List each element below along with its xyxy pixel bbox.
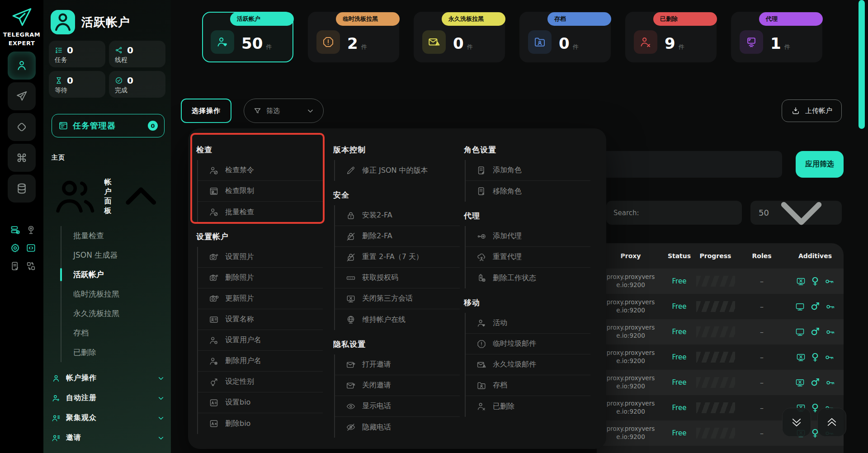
rail-item-commands[interactable] bbox=[8, 144, 36, 172]
filter-dropdown[interactable]: 筛选 bbox=[244, 99, 324, 123]
sidebar-item-活跃帐户[interactable]: 活跃帐户 bbox=[61, 265, 171, 284]
rail-item-sender[interactable] bbox=[8, 82, 36, 110]
menu-item-label: 添加代理 bbox=[493, 231, 522, 241]
menu-item-活动[interactable]: 活动 bbox=[466, 313, 590, 334]
menu-item-添加代理[interactable]: 添加代理 bbox=[466, 226, 590, 247]
menu-group-header: 安全 bbox=[333, 184, 460, 205]
sidebar-section-帐户操作[interactable]: 帐户操作 bbox=[52, 368, 165, 388]
server-check-icon[interactable] bbox=[10, 225, 20, 235]
menu-item-label: 隐藏电话 bbox=[362, 423, 391, 432]
roles-cell: – bbox=[737, 302, 787, 311]
sidebar-item-account-panel[interactable]: 帐户面板 bbox=[52, 173, 165, 221]
sidebar-item-批量检查[interactable]: 批量检查 bbox=[61, 226, 171, 245]
select-action-button[interactable]: 选择操作 bbox=[181, 99, 231, 123]
status-card-永久洗板拉黑[interactable]: 永久洗板拉黑0件 bbox=[414, 12, 505, 62]
menu-item-删除工作状态[interactable]: 删除工作状态 bbox=[466, 268, 590, 288]
left-rail: TELEGRAM EXPERT bbox=[0, 0, 43, 453]
menu-item-永久垃圾邮件[interactable]: 永久垃圾邮件 bbox=[466, 354, 590, 375]
status-card-已删除[interactable]: 已删除9件 bbox=[625, 12, 717, 62]
rail-item-premium[interactable] bbox=[8, 113, 36, 141]
menu-item-检查禁令[interactable]: 检查禁令 bbox=[198, 160, 323, 181]
status-card-活跃帐户[interactable]: 活跃帐户50件 bbox=[202, 12, 293, 62]
menu-item-关闭邀请[interactable]: 关闭邀请 bbox=[335, 375, 460, 396]
webcam-icon[interactable] bbox=[26, 225, 36, 235]
sidebar-item-存档[interactable]: 存档 bbox=[61, 323, 171, 343]
menu-item-删除2-FA[interactable]: 删除2-FA bbox=[335, 226, 460, 247]
section-label: 自动注册 bbox=[66, 393, 152, 403]
sidebar-item-已删除[interactable]: 已删除 bbox=[61, 343, 171, 362]
menu-item-获取授权码[interactable]: 获取授权码 bbox=[335, 268, 460, 288]
sidebar-item-永久洗板拉黑[interactable]: 永久洗板拉黑 bbox=[61, 304, 171, 323]
menu-item-重置代理[interactable]: 重置代理 bbox=[466, 247, 590, 268]
menu-item-设置名称[interactable]: 设置名称 bbox=[198, 309, 323, 330]
menu-item-移除角色[interactable]: 移除角色 bbox=[466, 181, 590, 202]
sidebar-section-自动注册[interactable]: 自动注册 bbox=[52, 388, 165, 408]
page-size-select[interactable]: 50 bbox=[750, 201, 842, 225]
lock-icon bbox=[346, 211, 356, 221]
menu-item-设定性别[interactable]: 设定性别 bbox=[198, 372, 323, 392]
search-input[interactable] bbox=[606, 201, 742, 225]
status-card-存档[interactable]: 存档0件 bbox=[519, 12, 611, 62]
upload-accounts-button[interactable]: 上传帐户 bbox=[782, 99, 842, 122]
menu-item-添加角色[interactable]: 添加角色 bbox=[466, 160, 590, 181]
menu-item-删除用户名[interactable]: 删除用户名 bbox=[198, 351, 323, 372]
sidebar-item-home[interactable]: 主页 bbox=[52, 154, 171, 162]
menu-item-已删除[interactable]: 已删除 bbox=[466, 396, 590, 417]
menu-item-检查限制[interactable]: 检查限制 bbox=[198, 181, 323, 202]
additives-cell: ♂ bbox=[787, 378, 844, 388]
status-card-代理[interactable]: 代理1件 bbox=[731, 12, 822, 62]
proxy-cell: proxy.proxyverse.io:9200 bbox=[597, 273, 665, 289]
page-size-value: 50 bbox=[759, 208, 769, 217]
menu-item-删除照片[interactable]: 删除照片 bbox=[198, 268, 323, 288]
menu-item-设置用户名[interactable]: 设置用户名 bbox=[198, 330, 323, 351]
code-window-icon[interactable] bbox=[26, 243, 36, 253]
menu-item-隐藏电话[interactable]: 隐藏电话 bbox=[335, 417, 460, 438]
roles-cell: – bbox=[737, 353, 787, 362]
eye-icon bbox=[346, 401, 356, 411]
menu-item-打开邀请[interactable]: 打开邀请 bbox=[335, 354, 460, 375]
menu-item-设置照片[interactable]: 设置照片 bbox=[198, 247, 323, 268]
menu-item-显示电话[interactable]: 显示电话 bbox=[335, 396, 460, 417]
person-x-icon bbox=[476, 401, 486, 411]
menu-item-label: 关闭邀请 bbox=[362, 381, 391, 390]
sidebar-item-JSON 生成器[interactable]: JSON 生成器 bbox=[61, 245, 171, 265]
menu-item-修正 JSON 中的版本[interactable]: 修正 JSON 中的版本 bbox=[335, 160, 460, 181]
search-box bbox=[606, 201, 742, 225]
sidebar-section-发送短信[interactable]: 发送短信 bbox=[52, 448, 165, 453]
menu-item-安装2-FA[interactable]: 安装2-FA bbox=[335, 205, 460, 226]
table-row[interactable]: proxy.proxyverse.io:9200Free–♀ bbox=[597, 269, 844, 294]
menu-item-更新照片[interactable]: 更新照片 bbox=[198, 288, 323, 309]
apply-filter-button[interactable]: 应用筛选 bbox=[796, 151, 844, 178]
sidebar-section-聚集观众[interactable]: 聚集观众 bbox=[52, 408, 165, 428]
scroll-to-bottom-button[interactable] bbox=[782, 408, 811, 437]
table-row[interactable]: proxy.proxyverse.io:9200Free–♂ bbox=[597, 294, 844, 319]
task-manager-button[interactable]: 任务管理器 0 bbox=[52, 114, 165, 137]
vertical-scrollbar-thumb[interactable] bbox=[859, 0, 865, 129]
upload-label: 上传帐户 bbox=[805, 107, 832, 115]
additives-cell: ♂ bbox=[787, 327, 844, 337]
account-panel-label: 帐户面板 bbox=[104, 178, 112, 216]
chevron-down-icon bbox=[769, 180, 834, 245]
menu-item-重置 2-FA（7 天）[interactable]: 重置 2-FA（7 天） bbox=[335, 247, 460, 268]
gear-icon[interactable] bbox=[10, 243, 20, 253]
menu-item-批量检查[interactable]: 批量检查 bbox=[198, 202, 323, 222]
additives-cell: ♀ bbox=[787, 352, 844, 363]
doc-check-icon[interactable] bbox=[10, 261, 20, 271]
swap-icon[interactable] bbox=[26, 261, 36, 271]
menu-item-临时垃圾邮件[interactable]: 临时垃圾邮件 bbox=[466, 334, 590, 354]
menu-item-存档[interactable]: 存档 bbox=[466, 375, 590, 396]
menu-item-维持帐户在线[interactable]: 维持帐户在线 bbox=[335, 309, 460, 330]
table-row[interactable]: proxy.proxyverse.io:9200Free–♀ bbox=[597, 344, 844, 370]
status-card-临时洗板拉黑[interactable]: 临时洗板拉黑2件 bbox=[308, 12, 399, 62]
menu-item-关闭第三方会话[interactable]: 关闭第三方会话 bbox=[335, 288, 460, 309]
scroll-to-top-button[interactable] bbox=[817, 408, 846, 437]
menu-item-设置bio[interactable]: 设置bio bbox=[198, 392, 323, 413]
rail-item-accounts[interactable] bbox=[8, 52, 36, 80]
table-row[interactable]: proxy.proxyverse.io:9200Free–♂ bbox=[597, 370, 844, 395]
rail-item-database[interactable] bbox=[8, 175, 36, 203]
gender-icon: ♀ bbox=[811, 403, 819, 413]
sidebar-section-邀请[interactable]: 邀请 bbox=[52, 428, 165, 448]
sidebar-item-临时洗板拉黑[interactable]: 临时洗板拉黑 bbox=[61, 284, 171, 304]
menu-item-删除bio[interactable]: 删除bio bbox=[198, 413, 323, 434]
table-row[interactable]: proxy.proxyverse.io:9200Free–♂ bbox=[597, 319, 844, 344]
